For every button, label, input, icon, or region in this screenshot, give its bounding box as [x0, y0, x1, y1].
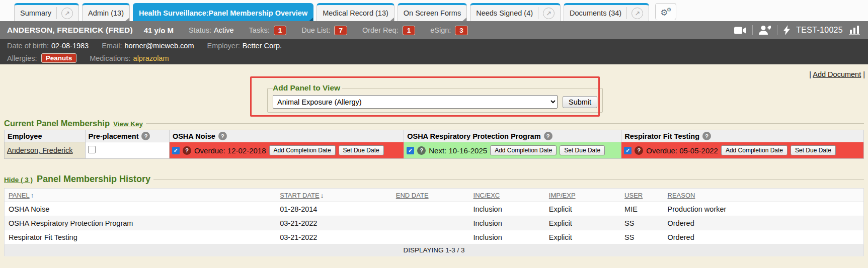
sort-asc-icon[interactable]: ↑ [31, 192, 34, 199]
tab-health-surveillance[interactable]: Health Surveillance:Panel Membership Ove… [133, 3, 313, 21]
dob-value: 02-08-1983 [51, 42, 89, 50]
cell-imp-exp: Explicit [545, 216, 620, 230]
osha-respiratory-checkbox[interactable]: ✓ [407, 147, 414, 154]
cell-inc-exc: Inclusion [469, 230, 545, 244]
gear-icon: ⚙⚙ [660, 7, 671, 17]
demographics-row-1: Date of birth: 02-08-1983 Email: horner@… [7, 39, 861, 52]
respirator-fit-checkbox[interactable]: ✓ [624, 147, 632, 154]
tab-medical-record-label: Medical Record (13) [323, 9, 388, 17]
col-imp-exp: IMP/EXP [545, 189, 620, 202]
due-list-label: Due List: [301, 26, 330, 34]
tab-summary[interactable]: Summary ↗ [14, 3, 79, 21]
tab-summary-label: Summary [20, 9, 51, 17]
view-key-link[interactable]: View Key [113, 120, 143, 128]
col-end-date: END DATE [392, 189, 469, 202]
cell-panel: OSHA Respiratory Protection Program [5, 216, 276, 230]
help-icon[interactable]: ? [417, 146, 426, 155]
patient-banner: ANDERSON, FREDERICK (FRED) 41 y/o M Stat… [0, 21, 868, 39]
add-document-link[interactable]: Add Document [813, 70, 861, 78]
employee-link[interactable]: Anderson, Frederick [7, 146, 73, 154]
tab-documents[interactable]: Documents (34) ↗ [564, 3, 649, 21]
tab-medical-record[interactable]: Medical Record (13) [317, 3, 394, 21]
popout-icon[interactable]: ↗ [543, 8, 555, 19]
history-row[interactable]: OSHA Respiratory Protection Program 03-2… [5, 216, 864, 230]
popout-icon[interactable]: ↗ [61, 8, 73, 19]
col-osha-noise: OSHA Noise? [169, 130, 404, 142]
video-call-icon[interactable] [734, 27, 746, 34]
medication-value[interactable]: alprazolam [133, 54, 169, 62]
email-label: Email: [102, 42, 122, 50]
tab-divider [626, 7, 627, 19]
tab-divider [538, 7, 538, 19]
current-panel-membership-section: Current Panel Membership View Key Employ… [0, 119, 868, 159]
status-label: Status: [189, 26, 211, 34]
employer-label: Employer: [207, 42, 240, 50]
patient-name: ANDERSON, FREDERICK (FRED) [7, 26, 133, 35]
cell-inc-exc: Inclusion [469, 202, 545, 216]
add-completion-date-button[interactable]: Add Completion Date [721, 145, 787, 155]
allergy-badge[interactable]: Peanuts [41, 53, 77, 63]
add-completion-date-button[interactable]: Add Completion Date [490, 145, 557, 155]
add-user-icon[interactable] [759, 26, 771, 35]
history-row[interactable]: Respirator Fit Testing 03-21-2022 Inclus… [5, 230, 864, 244]
cell-end-date [392, 202, 469, 216]
panel-select[interactable]: Animal Exposure (Allergy) [273, 95, 558, 109]
col-user: USER [620, 189, 663, 202]
cell-imp-exp: Explicit [545, 202, 620, 216]
patient-id: TEST-10025 [796, 26, 843, 35]
quick-action-bolt-icon[interactable] [783, 25, 790, 35]
tab-bar: Summary ↗ Admin (13) Health Surveillance… [0, 0, 868, 21]
col-employee: Employee [5, 130, 86, 142]
sort-desc-icon[interactable]: ↓ [321, 192, 324, 199]
help-icon[interactable]: ? [544, 132, 553, 140]
tab-on-screen-forms-label: On Screen Forms [404, 9, 461, 17]
set-due-date-button[interactable]: Set Due Date [339, 145, 384, 155]
cell-inc-exc: Inclusion [469, 216, 545, 230]
set-due-date-button[interactable]: Set Due Date [560, 145, 605, 155]
tab-needs-signed[interactable]: Needs Signed (4) ↗ [470, 3, 561, 21]
allergies-label: Allergies: [7, 54, 37, 62]
current-membership-header-row: Employee Pre-placement? OSHA Noise? OSHA… [5, 130, 864, 142]
help-icon[interactable]: ? [141, 132, 150, 140]
osha-noise-status: Overdue: 12-02-2018 [194, 146, 266, 155]
pre-placement-cell [85, 142, 169, 159]
cell-user: SS [620, 230, 663, 244]
pre-placement-checkbox[interactable] [88, 146, 96, 153]
history-title: Panel Membership History [37, 174, 150, 185]
help-icon[interactable]: ? [218, 132, 227, 140]
help-icon[interactable]: ? [702, 132, 711, 140]
flowsheet-chart-icon[interactable] [849, 25, 861, 35]
current-membership-data-row: Anderson, Frederick ✓ ? Overdue: 12-02-2… [5, 142, 864, 159]
cell-start-date: 03-21-2022 [276, 216, 392, 230]
add-completion-date-button[interactable]: Add Completion Date [269, 145, 336, 155]
tab-admin[interactable]: Admin (13) [82, 3, 130, 21]
help-icon[interactable]: ? [183, 146, 191, 155]
help-icon[interactable]: ? [635, 146, 643, 155]
hide-history-link[interactable]: Hide ( 3 ) [4, 176, 33, 184]
due-list-count-badge[interactable]: 7 [334, 26, 347, 35]
cell-end-date [392, 216, 469, 230]
cell-panel: Respirator Fit Testing [5, 230, 276, 244]
esign-count-badge[interactable]: 3 [455, 26, 468, 35]
add-panel-legend: Add Panel to View [273, 83, 342, 93]
set-due-date-button[interactable]: Set Due Date [791, 145, 836, 155]
col-start-date: START DATE↓ [276, 189, 392, 202]
main-content: | Add Document | Add Panel to View Anima… [0, 64, 868, 268]
osha-noise-checkbox[interactable]: ✓ [172, 147, 180, 154]
settings-gear-button[interactable]: ⚙⚙ [655, 3, 676, 20]
email-value: horner@mieweb.com [124, 42, 194, 50]
tab-needs-signed-label: Needs Signed (4) [476, 9, 533, 17]
tab-on-screen-forms[interactable]: On Screen Forms [398, 3, 467, 21]
order-req-count-badge[interactable]: 1 [403, 26, 416, 35]
submit-button[interactable]: Submit [563, 96, 597, 108]
history-row[interactable]: OSHA Noise 01-28-2014 Inclusion Explicit… [5, 202, 864, 216]
osha-respiratory-status: Next: 10-16-2025 [429, 146, 487, 155]
tasks-count-badge[interactable]: 1 [274, 26, 287, 35]
popout-icon[interactable]: ↗ [632, 8, 643, 19]
respirator-fit-status: Overdue: 05-05-2022 [646, 146, 718, 155]
cell-user: SS [620, 216, 663, 230]
col-reason: REASON [664, 189, 864, 202]
order-req-label: Order Req: [362, 26, 399, 34]
icon-divider [777, 25, 777, 35]
patient-age-sex: 41 y/o M [144, 26, 174, 35]
